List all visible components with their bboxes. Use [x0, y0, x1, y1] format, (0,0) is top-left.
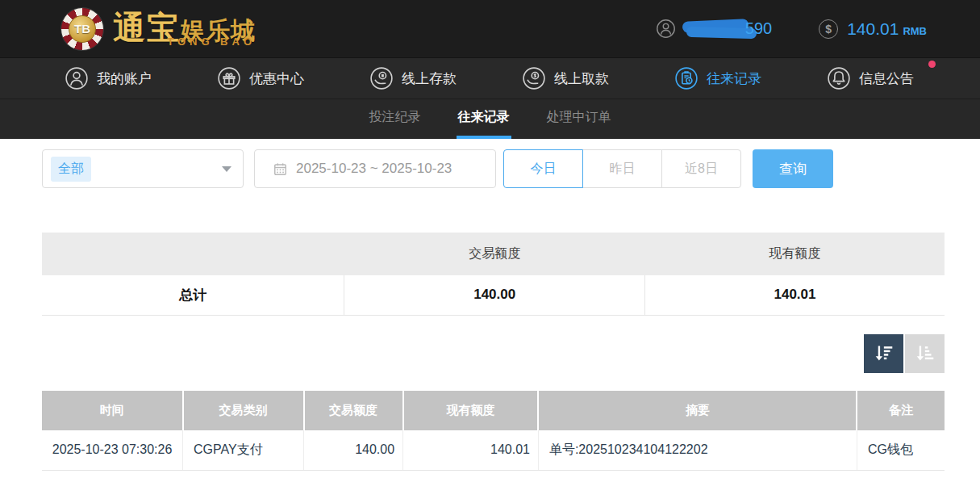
nav-item-deposit[interactable]: 线上存款 [369, 66, 457, 90]
balance-display: 140.01 RMB [847, 19, 927, 39]
selected-type-tag[interactable]: 全部 [51, 157, 91, 182]
sort-ascending-button[interactable] [905, 334, 945, 373]
gift-icon [217, 66, 241, 90]
tab-pending-orders[interactable]: 处理中订单 [545, 99, 613, 139]
date-range-value: 2025-10-23 ~ 2025-10-23 [296, 161, 452, 177]
summary-header-row: 交易额度 现有额度 [42, 233, 945, 275]
nav-label: 往来记录 [707, 69, 761, 88]
sort-controls [42, 334, 945, 373]
summary-total-amount: 140.00 [344, 275, 645, 315]
nav-item-withdraw[interactable]: 线上取款 [522, 66, 609, 90]
summary-table: 交易额度 现有额度 总计 140.00 140.01 [42, 233, 945, 316]
quick-range-yesterday[interactable]: 昨日 [582, 149, 662, 188]
records-clipboard-icon [674, 66, 699, 90]
table-row: 2025-10-23 07:30:26 CGPAY支付 140.00 140.0… [42, 430, 945, 471]
col-header-balance: 现有额度 [403, 391, 539, 430]
record-amount: 140.00 [304, 430, 403, 471]
tab-transaction-records[interactable]: 往来记录 [457, 99, 511, 139]
sort-desc-icon [873, 342, 895, 364]
col-header-summary: 摘要 [538, 391, 857, 430]
sub-nav: 投注纪录 往来记录 处理中订单 [0, 98, 980, 139]
search-button[interactable]: 查询 [753, 149, 833, 188]
main-nav: 我的账户 优惠中心 线上存款 [0, 57, 980, 98]
summary-header-transaction-amount: 交易额度 [344, 233, 645, 275]
nav-item-transaction-records[interactable]: 往来记录 [674, 66, 761, 90]
nav-item-my-account[interactable]: 我的账户 [65, 66, 152, 90]
col-header-amount: 交易额度 [304, 391, 403, 430]
content-area: 全部 2025-10-23 ~ 2025-10-23 今日 [0, 139, 980, 471]
date-range-input[interactable]: 2025-10-23 ~ 2025-10-23 [254, 149, 496, 188]
withdraw-hand-icon [522, 66, 546, 90]
record-summary: 单号:202510234104122202 [538, 430, 857, 471]
transaction-type-select[interactable]: 全部 [42, 149, 244, 188]
nav-label: 线上取款 [554, 69, 609, 88]
quick-range-last8days[interactable]: 近8日 [661, 149, 741, 188]
col-header-time: 时间 [42, 391, 183, 430]
brand-logo[interactable]: TB 通宝娱乐城 TONG BAO [61, 8, 256, 50]
deposit-hand-icon [369, 66, 394, 90]
records-header-row: 时间 交易类别 交易额度 现有额度 摘要 备注 [42, 391, 945, 430]
balance-amount: 140.01 [847, 19, 899, 39]
filter-row: 全部 2025-10-23 ~ 2025-10-23 今日 [42, 149, 945, 188]
summary-total-label: 总计 [42, 275, 344, 315]
records-table: 时间 交易类别 交易额度 现有额度 摘要 备注 2025-10-23 07:30… [42, 391, 945, 472]
chevron-down-icon [222, 166, 231, 172]
account-bar: 590 $ 140.01 RMB [656, 18, 927, 40]
sort-asc-icon [914, 342, 936, 364]
user-circle-icon [65, 66, 89, 90]
quick-range-group: 今日 昨日 近8日 [503, 149, 741, 188]
nav-label: 线上存款 [402, 69, 457, 88]
quick-range-today[interactable]: 今日 [503, 149, 583, 188]
nav-label: 我的账户 [97, 69, 152, 88]
summary-header-current-balance: 现有额度 [644, 233, 945, 275]
user-avatar-icon [656, 19, 676, 39]
redacted-username-scribble [682, 19, 752, 40]
nav-item-promotions[interactable]: 优惠中心 [217, 66, 304, 90]
dollar-circle-icon: $ [819, 19, 838, 39]
col-header-remark: 备注 [857, 391, 945, 430]
record-type: CGPAY支付 [183, 430, 304, 471]
summary-total-balance: 140.01 [644, 275, 945, 315]
notification-dot [928, 61, 936, 68]
nav-label: 优惠中心 [249, 69, 304, 88]
summary-header-empty [42, 233, 344, 275]
record-remark: CG钱包 [857, 430, 945, 471]
balance-currency: RMB [903, 25, 927, 37]
nav-label: 信息公告 [859, 69, 914, 88]
brand-text: 通宝娱乐城 TONG BAO [113, 11, 256, 47]
username-suffix: 590 [745, 19, 772, 38]
col-header-type: 交易类别 [183, 391, 304, 430]
username-display: 590 [682, 18, 772, 40]
bell-icon [827, 66, 851, 90]
calendar-icon [273, 161, 288, 177]
tab-betting-records[interactable]: 投注纪录 [368, 99, 423, 139]
casino-chip-icon: TB [61, 8, 103, 50]
top-bar: TB 通宝娱乐城 TONG BAO 590 $ 140.01 RMB [0, 0, 980, 57]
nav-item-announcements[interactable]: 信息公告 [827, 66, 914, 90]
chip-label: TB [69, 15, 96, 43]
summary-total-row: 总计 140.00 140.01 [42, 275, 945, 315]
record-balance: 140.01 [403, 430, 539, 471]
sort-descending-button[interactable] [864, 334, 903, 373]
record-time: 2025-10-23 07:30:26 [42, 430, 183, 471]
